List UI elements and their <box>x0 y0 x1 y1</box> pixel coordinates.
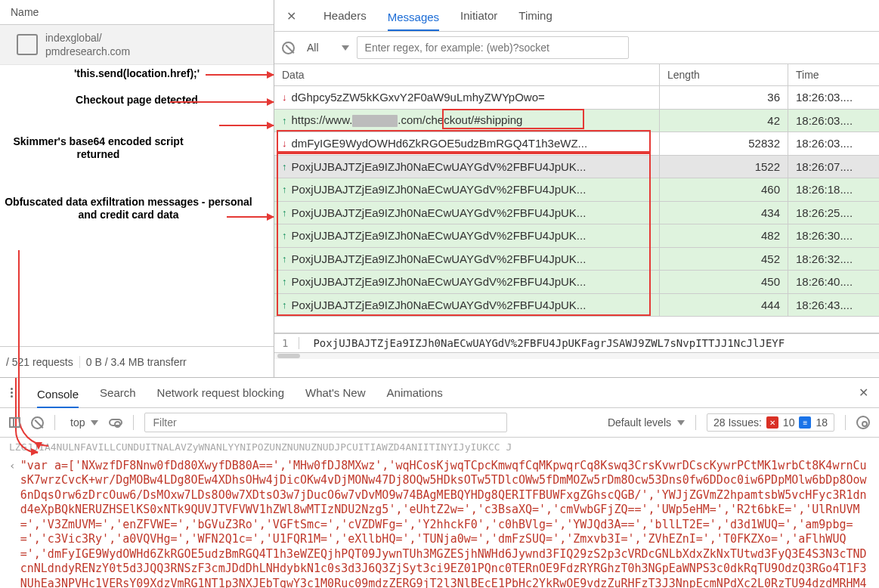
regex-filter-input[interactable] <box>357 36 629 59</box>
context-selector[interactable]: top <box>66 416 98 429</box>
annotation-base64-script: Skimmer's base64 encoded script returned <box>0 135 197 161</box>
chevron-down-icon <box>342 45 349 51</box>
requests-summary-bar: / 521 requests 0 B / 3.4 MB transferr <box>0 346 274 377</box>
message-row[interactable]: ↑PoxjUJBAJTZjEa9IZJh0NaECwUAYGdV%2FBFU4J… <box>274 156 879 179</box>
message-row[interactable]: ↑PoxjUJBAJTZjEa9IZJh0NaECwUAYGdV%2FBFU4J… <box>274 294 879 317</box>
message-row[interactable]: ↑PoxjUJBAJTZjEa9IZJh0NaECwUAYGdV%2FBFU4J… <box>274 178 879 202</box>
message-time: 18:26:07.... <box>788 156 879 178</box>
annotation-area: 'this.send(location.href);' Checkout pag… <box>0 65 274 346</box>
arrow-down-icon: ↓ <box>282 91 287 103</box>
tab-messages[interactable]: Messages <box>388 6 439 31</box>
message-length: 482 <box>660 224 788 247</box>
message-data: PoxjUJBAJTZjEa9IZJh0NaECwUAYGdV%2FBFU4Jp… <box>292 206 587 219</box>
message-detail-line: 1 PoxjUJBAJTZjEa9IZJh0NaECwUAYGdV%2FBFU4… <box>274 333 879 352</box>
tab-whats-new[interactable]: What's New <box>305 382 366 403</box>
message-length: 42 <box>660 110 788 132</box>
arrow-up-icon: ↑ <box>282 276 287 287</box>
message-time: 18:26:03.... <box>788 86 879 109</box>
message-data: PoxjUJBAJTZjEa9IZJh0NaECwUAYGdV%2FBFU4Jp… <box>292 160 587 173</box>
arrow-up-icon: ↑ <box>282 299 287 311</box>
message-row[interactable]: ↓dmFyIGE9WydOWHd6ZkRGOE5udzBmRGQ4T1h3eWZ… <box>274 132 879 156</box>
tab-console[interactable]: Console <box>37 384 79 408</box>
message-row[interactable]: ↑PoxjUJBAJTZjEa9IZJh0NaECwUAYGdV%2FBFU4J… <box>274 202 879 225</box>
message-length: 460 <box>660 178 788 201</box>
message-data: https://www..com/checkout/#shipping <box>292 113 523 127</box>
message-row[interactable]: ↑https://www..com/checkout/#shipping4218… <box>274 110 879 133</box>
tab-headers[interactable]: Headers <box>323 5 367 26</box>
message-data: PoxjUJBAJTZjEa9IZJh0NaECwUAYGdV%2FBFU4Jp… <box>292 275 587 288</box>
annotation-checkout-detected: Checkout page detected <box>0 94 274 107</box>
messages-table-body: ↓dGhpcy5zZW5kKGxvY2F0aW9uLmhyZWYpOwo=361… <box>274 86 879 317</box>
issues-button[interactable]: 28 Issues: ✕ 10 ≡ 18 <box>707 413 834 432</box>
curved-arrow-continuation-icon <box>15 378 38 453</box>
tab-initiator[interactable]: Initiator <box>460 5 497 26</box>
clear-console-icon[interactable] <box>31 416 44 429</box>
drawer-close-icon[interactable]: ✕ <box>859 385 868 400</box>
sidebar-toggle-icon[interactable] <box>9 417 20 428</box>
request-url: indexglobal/ pmdresearch.com <box>45 31 130 58</box>
message-length: 434 <box>660 202 788 224</box>
console-filter-input[interactable] <box>144 413 507 432</box>
message-time: 18:26:30.... <box>788 224 879 247</box>
info-badge-icon: ≡ <box>799 416 811 429</box>
console-toolbar: top Default levels 28 Issues: ✕ 10 ≡ 18 <box>0 408 879 438</box>
messages-toolbar: All <box>274 32 879 64</box>
direction-filter[interactable]: All <box>302 42 349 54</box>
message-data: PoxjUJBAJTZjEa9IZJh0NaECwUAYGdV%2FBFU4Jp… <box>292 252 587 265</box>
console-gray-line: LZGJJIA4NULNFAVILLCUNDUITNALAVZyWNANLYYN… <box>9 441 870 454</box>
annotation-exfil-messages: Obfuscated data exfiltration messages - … <box>0 196 257 221</box>
request-row[interactable]: indexglobal/ pmdresearch.com <box>0 25 274 65</box>
close-icon[interactable]: ✕ <box>282 8 302 23</box>
message-length: 444 <box>660 294 788 317</box>
message-time: 18:26:03.... <box>788 110 879 132</box>
message-data: PoxjUJBAJTZjEa9IZJh0NaECwUAYGdV%2FBFU4Jp… <box>292 229 587 242</box>
message-time: 18:26:25.... <box>788 202 879 224</box>
message-time: 18:26:32.... <box>788 248 879 271</box>
tab-timing[interactable]: Timing <box>518 5 552 26</box>
message-data: PoxjUJBAJTZjEa9IZJh0NaECwUAYGdV%2FBFU4Jp… <box>292 299 587 311</box>
arrow-up-icon: ↑ <box>282 115 287 126</box>
messages-table-header: Data Length Time <box>274 64 879 86</box>
clear-icon[interactable] <box>282 42 295 54</box>
message-row[interactable]: ↓dGhpcy5zZW5kKGxvY2F0aW9uLmhyZWYpOwo=361… <box>274 86 879 110</box>
console-red-output: "var a=['NXwzfDF8Nnw0fDd80XwyfDB80A==','… <box>20 459 870 588</box>
error-badge-icon: ✕ <box>766 416 778 429</box>
arrow-down-icon: ↓ <box>282 138 287 149</box>
document-icon <box>17 34 38 55</box>
message-data: dGhpcy5zZW5kKGxvY2F0aW9uLmhyZWYpOwo= <box>292 91 545 104</box>
tab-network-blocking[interactable]: Network request blocking <box>157 382 284 403</box>
name-column-header: Name <box>0 0 274 25</box>
column-length[interactable]: Length <box>660 64 788 85</box>
chevron-down-icon <box>91 420 98 426</box>
tab-search[interactable]: Search <box>100 382 136 403</box>
message-row[interactable]: ↑PoxjUJBAJTZjEa9IZJh0NaECwUAYGdV%2FBFU4J… <box>274 248 879 271</box>
message-length: 452 <box>660 248 788 271</box>
log-levels-selector[interactable]: Default levels <box>603 416 685 429</box>
drawer-tabs: Console Search Network request blocking … <box>0 378 879 408</box>
column-time[interactable]: Time <box>788 64 879 85</box>
arrow-up-icon: ↑ <box>282 230 287 241</box>
tab-animations[interactable]: Animations <box>387 382 443 403</box>
chevron-left-icon: ‹ <box>9 459 20 588</box>
console-output[interactable]: LZGJJIA4NULNFAVILLCUNDUITNALAVZyWNANLYYN… <box>0 438 879 588</box>
arrow-up-icon: ↑ <box>282 253 287 265</box>
message-time: 18:26:18.... <box>788 178 879 201</box>
message-row[interactable]: ↑PoxjUJBAJTZjEa9IZJh0NaECwUAYGdV%2FBFU4J… <box>274 224 879 248</box>
message-time: 18:26:43.... <box>788 294 879 317</box>
live-expression-icon[interactable] <box>109 419 122 426</box>
column-data[interactable]: Data <box>274 64 660 85</box>
message-length: 450 <box>660 271 788 293</box>
chevron-down-icon <box>677 420 685 426</box>
message-length: 52832 <box>660 132 788 155</box>
message-length: 36 <box>660 86 788 109</box>
arrow-up-icon: ↑ <box>282 184 287 195</box>
arrow-up-icon: ↑ <box>282 161 287 172</box>
horizontal-scrollbar[interactable] <box>274 352 879 359</box>
arrow-up-icon: ↑ <box>282 207 287 218</box>
message-row[interactable]: ↑PoxjUJBAJTZjEa9IZJh0NaECwUAYGdV%2FBFU4J… <box>274 271 879 294</box>
message-time: 18:26:03.... <box>788 132 879 155</box>
message-data: PoxjUJBAJTZjEa9IZJh0NaECwUAYGdV%2FBFU4Jp… <box>292 183 587 196</box>
message-data: dmFyIGE9WydOWHd6ZkRGOE5udzBmRGQ4T1h3eWZ.… <box>292 137 588 150</box>
settings-gear-icon[interactable] <box>856 416 870 429</box>
message-time: 18:26:40.... <box>788 271 879 293</box>
